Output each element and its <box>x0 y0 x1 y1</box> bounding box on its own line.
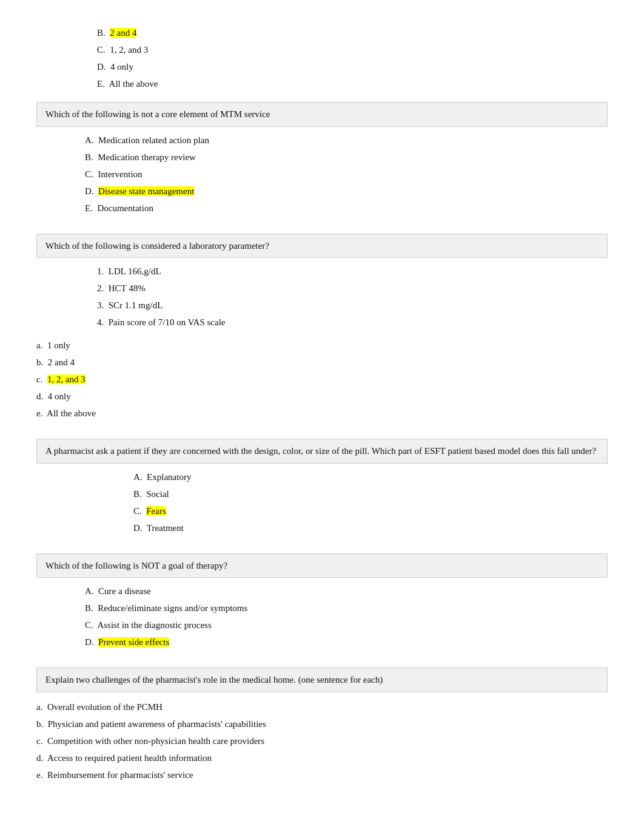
list-item: D. Prevent side effects <box>85 634 608 651</box>
option-text: 1, 2, and 3 <box>110 45 148 55</box>
option-label: D. <box>133 523 147 533</box>
list-item: B. Medication therapy review <box>85 149 608 166</box>
item-text: HCT 48% <box>109 283 146 293</box>
option-label: e. <box>36 770 47 780</box>
option-text: Overall evolution of the PCMH <box>47 702 163 712</box>
list-item: e. All the above <box>36 405 608 422</box>
option-text: 4 only <box>110 62 133 72</box>
question-text: Explain two challenges of the pharmacist… <box>36 668 608 692</box>
list-item: C. Intervention <box>85 166 608 183</box>
option-label: E. <box>97 79 109 89</box>
option-label: C. <box>85 620 97 630</box>
option-label: C. <box>97 45 110 55</box>
option-label: D. <box>85 637 98 647</box>
question-text: Which of the following is considered a l… <box>36 234 608 259</box>
option-text: Intervention <box>98 169 142 179</box>
list-item: b. Physician and patient awareness of ph… <box>36 715 608 732</box>
question-esft: A pharmacist ask a patient if they are c… <box>36 439 608 536</box>
option-text: All the above <box>47 408 96 418</box>
question-challenges: Explain two challenges of the pharmacist… <box>36 668 608 783</box>
numbered-list: 1. LDL 166,g/dL 2. HCT 48% 3. SCr 1.1 mg… <box>36 263 608 331</box>
option-label: b. <box>36 357 48 367</box>
option-label: B. <box>85 603 98 613</box>
option-label: C. <box>85 169 98 179</box>
list-item: a. 1 only <box>36 337 608 354</box>
list-item: C. 1, 2, and 3 <box>97 41 608 58</box>
question-text: A pharmacist ask a patient if they are c… <box>36 439 608 464</box>
list-item: a. Overall evolution of the PCMH <box>36 698 608 715</box>
option-text: Treatment <box>147 523 184 533</box>
list-item: d. 4 only <box>36 388 608 405</box>
list-item: c. 1, 2, and 3 <box>36 371 608 388</box>
option-text: Cure a disease <box>98 586 151 596</box>
option-label: c. <box>36 374 47 384</box>
num-label: 1. <box>97 266 109 276</box>
question-text: Which of the following is not a core ele… <box>36 102 608 127</box>
option-text: Competition with other non-physician hea… <box>47 736 264 746</box>
option-text: Fears <box>146 506 166 516</box>
options-list: A. Medication related action plan B. Med… <box>36 132 608 217</box>
list-item: D. Disease state management <box>85 183 608 200</box>
option-label: A. <box>85 135 98 145</box>
option-label: d. <box>36 753 47 763</box>
option-label: D. <box>85 186 98 196</box>
option-label: c. <box>36 736 47 746</box>
item-text: SCr 1.1 mg/dL <box>109 300 163 310</box>
list-item: C. Assist in the diagnostic process <box>85 617 608 634</box>
question-text: Which of the following is NOT a goal of … <box>36 553 608 578</box>
option-label: a. <box>36 340 47 350</box>
option-text: Explanatory <box>147 472 191 482</box>
option-label: C. <box>133 506 146 516</box>
question-lab: Which of the following is considered a l… <box>36 234 608 422</box>
option-text: 2 and 4 <box>48 357 75 367</box>
option-label: E. <box>85 203 97 213</box>
option-label: d. <box>36 391 48 401</box>
options-list: A. Cure a disease B. Reduce/eliminate si… <box>36 583 608 651</box>
list-item: E. All the above <box>97 75 608 92</box>
option-text: Reduce/eliminate signs and/or symptoms <box>98 603 247 613</box>
option-text: Medication therapy review <box>98 152 196 162</box>
option-text: Assist in the diagnostic process <box>97 620 211 630</box>
option-text: All the above <box>109 79 158 89</box>
list-item: B. Social <box>133 485 608 502</box>
option-label: B. <box>133 489 146 499</box>
list-item: 3. SCr 1.1 mg/dL <box>97 297 608 314</box>
sub-options-list: a. Overall evolution of the PCMH b. Phys… <box>36 698 608 783</box>
list-item: 2. HCT 48% <box>97 280 608 297</box>
num-label: 2. <box>97 283 109 293</box>
option-text: Medication related action plan <box>98 135 209 145</box>
list-item: d. Access to required patient health inf… <box>36 749 608 766</box>
list-item: 1. LDL 166,g/dL <box>97 263 608 280</box>
item-text: Pain score of 7/10 on VAS scale <box>109 317 226 327</box>
list-item: D. Treatment <box>133 519 608 536</box>
num-label: 3. <box>97 300 109 310</box>
option-label: a. <box>36 702 47 712</box>
option-label: B. <box>97 28 110 38</box>
option-text: Documentation <box>97 203 153 213</box>
option-text: 2 and 4 <box>110 28 136 38</box>
option-text: Prevent side effects <box>98 637 169 647</box>
top-options-list: B. 2 and 4 C. 1, 2, and 3 D. 4 only E. A… <box>97 24 608 92</box>
option-text: Disease state management <box>98 186 194 196</box>
top-options-block: B. 2 and 4 C. 1, 2, and 3 D. 4 only E. A… <box>36 24 608 92</box>
option-label: A. <box>133 472 147 482</box>
item-text: LDL 166,g/dL <box>109 266 161 276</box>
list-item: B. 2 and 4 <box>97 24 608 41</box>
list-item: b. 2 and 4 <box>36 354 608 371</box>
option-text: 1, 2, and 3 <box>47 374 86 384</box>
option-label: D. <box>97 62 110 72</box>
list-item: E. Documentation <box>85 200 608 217</box>
list-item: 4. Pain score of 7/10 on VAS scale <box>97 314 608 331</box>
list-item: A. Medication related action plan <box>85 132 608 149</box>
sub-options-list: a. 1 only b. 2 and 4 c. 1, 2, and 3 d. 4… <box>36 337 608 422</box>
list-item: A. Explanatory <box>133 468 608 485</box>
option-label: b. <box>36 719 48 729</box>
list-item: D. 4 only <box>97 58 608 75</box>
option-text: Reimbursement for pharmacists' service <box>47 770 193 780</box>
list-item: A. Cure a disease <box>85 583 608 600</box>
option-text: Social <box>146 489 169 499</box>
list-item: B. Reduce/eliminate signs and/or symptom… <box>85 600 608 617</box>
options-list: A. Explanatory B. Social C. Fears D. Tre… <box>36 468 608 536</box>
option-label: B. <box>85 152 98 162</box>
option-text: 1 only <box>47 340 70 350</box>
